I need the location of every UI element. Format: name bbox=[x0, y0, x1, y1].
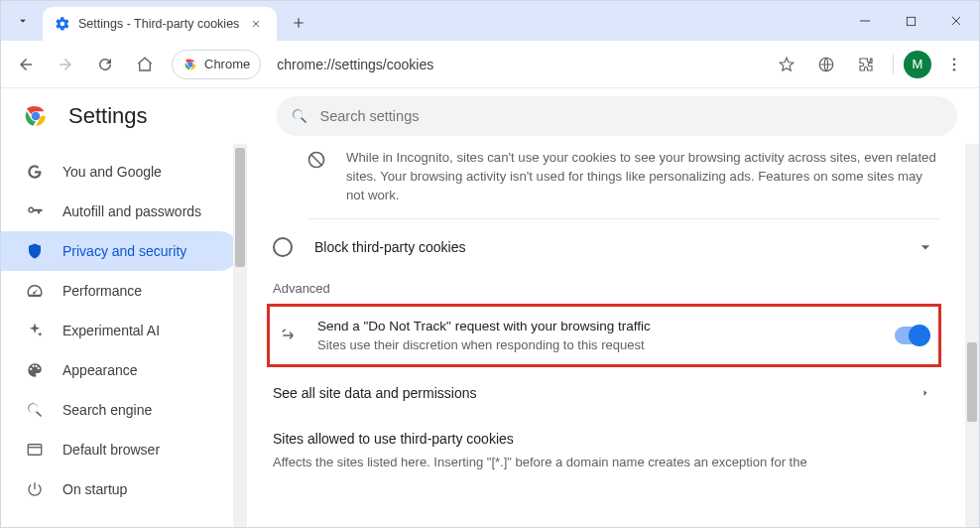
expand-button[interactable] bbox=[916, 237, 935, 257]
sidebar-item-label: Performance bbox=[62, 283, 142, 299]
shield-icon bbox=[25, 241, 45, 261]
svg-point-3 bbox=[953, 58, 956, 61]
dnt-subtitle: Sites use their discretion when respondi… bbox=[317, 337, 651, 352]
window-minimize-button[interactable] bbox=[842, 1, 888, 41]
do-not-track-row[interactable]: Send a "Do Not Track" request with your … bbox=[267, 304, 941, 367]
sidebar-item-performance[interactable]: Performance bbox=[1, 271, 239, 311]
omnibox-url[interactable]: chrome://settings/cookies bbox=[277, 57, 433, 72]
new-tab-button[interactable] bbox=[285, 9, 312, 37]
browser-tab[interactable]: Settings - Third-party cookies bbox=[43, 7, 277, 41]
minimize-icon bbox=[859, 15, 871, 27]
sidebar-item-label: Default browser bbox=[62, 442, 160, 458]
close-icon bbox=[251, 19, 261, 29]
incognito-info-text: While in Incognito, sites can't use your… bbox=[346, 148, 941, 204]
sidebar-item-privacy[interactable]: Privacy and security bbox=[1, 231, 239, 271]
tab-search-dropdown[interactable] bbox=[7, 5, 39, 37]
plus-icon bbox=[292, 16, 306, 30]
globe-icon bbox=[817, 56, 835, 73]
dnt-title: Send a "Do Not Track" request with your … bbox=[317, 319, 651, 333]
settings-sidebar: You and Google Autofill and passwords Pr… bbox=[1, 144, 247, 527]
sidebar-item-label: Privacy and security bbox=[62, 243, 186, 259]
sidebar-item-label: Appearance bbox=[62, 362, 138, 378]
sidebar-item-default-browser[interactable]: Default browser bbox=[1, 430, 239, 469]
sidebar-item-label: You and Google bbox=[62, 164, 162, 180]
sidebar-item-appearance[interactable]: Appearance bbox=[1, 350, 239, 390]
sidebar-scrollbar[interactable] bbox=[233, 144, 247, 527]
radio-unselected-icon[interactable] bbox=[273, 237, 293, 257]
home-icon bbox=[136, 56, 154, 73]
site-chip-label: Chrome bbox=[204, 57, 250, 71]
search-icon bbox=[291, 107, 308, 125]
block-circle-icon bbox=[306, 150, 328, 204]
sites-allowed-heading: Sites allowed to use third-party cookies bbox=[273, 431, 941, 447]
sites-allowed-description: Affects the sites listed here. Inserting… bbox=[273, 455, 941, 469]
window-close-button[interactable] bbox=[933, 1, 979, 41]
speedometer-icon bbox=[25, 281, 45, 301]
site-chip[interactable]: Chrome bbox=[172, 50, 261, 79]
google-g-icon bbox=[25, 162, 45, 182]
see-all-label: See all site data and permissions bbox=[273, 385, 476, 401]
avatar-letter: M bbox=[913, 57, 923, 71]
app-header: Settings bbox=[1, 88, 979, 144]
arrow-right-icon bbox=[57, 56, 74, 73]
sparkle-icon bbox=[25, 321, 45, 340]
bookmark-button[interactable] bbox=[770, 48, 803, 81]
block-third-party-row[interactable]: Block third-party cookies bbox=[267, 219, 941, 275]
sidebar-item-label: Experimental AI bbox=[62, 323, 160, 338]
sidebar-item-on-startup[interactable]: On startup bbox=[1, 469, 239, 509]
kebab-icon bbox=[945, 56, 963, 73]
star-icon bbox=[778, 56, 796, 73]
sidebar-item-label: On startup bbox=[62, 481, 127, 497]
dnt-toggle[interactable] bbox=[895, 327, 928, 344]
chevron-down-icon bbox=[16, 14, 30, 28]
svg-point-4 bbox=[953, 63, 956, 66]
puzzle-icon bbox=[857, 56, 875, 73]
svg-point-5 bbox=[953, 67, 956, 70]
see-all-site-data-link[interactable]: See all site data and permissions bbox=[267, 367, 941, 419]
key-icon bbox=[25, 201, 45, 221]
gear-icon bbox=[55, 16, 70, 32]
chrome-logo-icon bbox=[23, 103, 49, 129]
sidebar-item-autofill[interactable]: Autofill and passwords bbox=[1, 192, 239, 231]
app-title: Settings bbox=[68, 103, 148, 129]
power-icon bbox=[25, 479, 45, 499]
advanced-heading: Advanced bbox=[273, 281, 941, 296]
sidebar-item-experimental-ai[interactable]: Experimental AI bbox=[1, 311, 239, 350]
reload-icon bbox=[96, 56, 114, 73]
svg-rect-0 bbox=[907, 17, 915, 25]
chevron-right-icon bbox=[919, 387, 931, 399]
window-icon bbox=[25, 440, 45, 460]
toggle-knob-icon bbox=[909, 325, 930, 346]
tab-close-button[interactable] bbox=[247, 15, 265, 33]
svg-rect-8 bbox=[28, 445, 42, 456]
sidebar-item-label: Search engine bbox=[62, 402, 152, 418]
profile-avatar[interactable]: M bbox=[904, 51, 931, 78]
back-button[interactable] bbox=[9, 48, 43, 81]
send-arrow-icon bbox=[280, 326, 300, 345]
chrome-icon bbox=[183, 57, 198, 72]
content-scrollbar[interactable] bbox=[965, 144, 979, 527]
arrow-left-icon bbox=[17, 56, 35, 73]
tab-title: Settings - Third-party cookies bbox=[78, 17, 239, 31]
forward-button[interactable] bbox=[49, 48, 82, 81]
magnifier-icon bbox=[25, 400, 45, 420]
globe-button[interactable] bbox=[809, 48, 843, 81]
palette-icon bbox=[25, 360, 45, 380]
browser-toolbar: Chrome chrome://settings/cookies M bbox=[1, 41, 979, 88]
extensions-button[interactable] bbox=[849, 48, 883, 81]
close-icon bbox=[950, 15, 962, 27]
home-button[interactable] bbox=[128, 48, 162, 81]
chevron-down-icon bbox=[916, 237, 935, 257]
tab-strip: Settings - Third-party cookies bbox=[1, 1, 979, 41]
reload-button[interactable] bbox=[88, 48, 122, 81]
block-third-party-label: Block third-party cookies bbox=[314, 239, 466, 255]
maximize-icon bbox=[906, 16, 917, 27]
window-controls bbox=[842, 1, 979, 41]
svg-point-7 bbox=[32, 112, 41, 121]
browser-menu-button[interactable] bbox=[937, 48, 971, 81]
sidebar-item-you-and-google[interactable]: You and Google bbox=[1, 152, 239, 192]
sidebar-item-label: Autofill and passwords bbox=[62, 203, 201, 219]
window-maximize-button[interactable] bbox=[888, 1, 933, 41]
sidebar-item-search-engine[interactable]: Search engine bbox=[1, 390, 239, 430]
search-settings-input[interactable] bbox=[277, 96, 958, 136]
